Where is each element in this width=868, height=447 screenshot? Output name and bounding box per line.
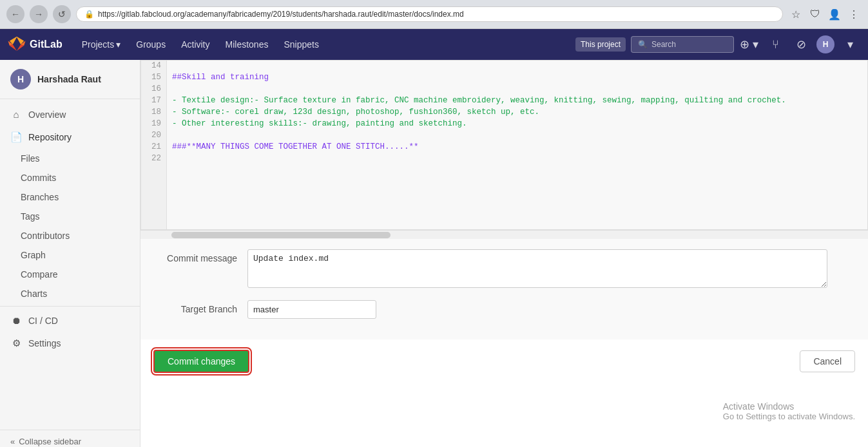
merge-requests-icon[interactable]: ⑂ xyxy=(765,34,786,55)
sidebar-item-contributors[interactable]: Contributors xyxy=(0,226,140,245)
code-line: 19 - Other interesting skills:- drawing,… xyxy=(141,119,867,130)
sidebar-item-charts[interactable]: Charts xyxy=(0,284,140,303)
chevron-left-icon: « xyxy=(10,437,15,446)
collapse-sidebar-button[interactable]: « Collapse sidebar xyxy=(10,437,130,446)
reload-button[interactable]: ↺ xyxy=(53,5,71,23)
target-branch-input[interactable] xyxy=(247,300,376,319)
code-line: 21 ###**MANY THINGS COME TOGETHER AT ONE… xyxy=(141,142,867,153)
line-content: ###**MANY THINGS COME TOGETHER AT ONE ST… xyxy=(167,142,424,153)
gitlab-fox-icon xyxy=(8,35,26,53)
code-line: 17 - Textile design:- Surface texture in… xyxy=(141,95,867,107)
code-line: 20 xyxy=(141,130,867,142)
commit-message-input[interactable]: Update index.md xyxy=(247,249,827,288)
profile-button[interactable]: 👤 xyxy=(827,6,842,22)
sidebar-user: H Harshada Raut xyxy=(0,60,140,99)
line-number: 18 xyxy=(141,107,167,119)
chevron-down-icon: ▾ xyxy=(116,39,121,50)
gitlab-wordmark: GitLab xyxy=(30,39,63,50)
commit-form: Commit message Update index.md Target Br… xyxy=(140,239,868,339)
line-content xyxy=(167,84,177,95)
this-project-badge: This project xyxy=(575,37,626,52)
shield-button[interactable]: 🛡 xyxy=(807,6,823,22)
line-content: - Other interesting skills:- drawing, pa… xyxy=(167,119,472,130)
cancel-button[interactable]: Cancel xyxy=(800,350,855,372)
target-branch-label: Target Branch xyxy=(153,300,237,314)
line-number: 20 xyxy=(141,130,167,142)
sidebar-item-label: Settings xyxy=(28,338,61,348)
navbar-links: Projects ▾ Groups Activity Milestones Sn… xyxy=(75,35,325,53)
line-content xyxy=(167,165,177,229)
browser-actions: ☆ 🛡 👤 ⋮ xyxy=(788,6,862,22)
forward-button[interactable]: → xyxy=(30,5,48,23)
sidebar-section: ⌂ Overview 📄 Repository Files Commits Br… xyxy=(0,99,140,359)
browser-chrome: ← → ↺ 🔒 https://gitlab.fabcloud.org/acad… xyxy=(0,0,868,29)
sidebar-item-files[interactable]: Files xyxy=(0,149,140,168)
back-button[interactable]: ← xyxy=(6,5,24,23)
bookmark-button[interactable]: ☆ xyxy=(788,6,804,22)
sidebar-item-repository[interactable]: 📄 Repository xyxy=(0,126,140,149)
settings-caret-icon[interactable]: ▾ xyxy=(840,34,860,55)
milestones-link[interactable]: Milestones xyxy=(219,35,275,53)
sidebar-item-settings[interactable]: ⚙ Settings xyxy=(0,332,140,355)
snippets-link[interactable]: Snippets xyxy=(277,35,325,53)
line-number: 14 xyxy=(141,61,167,72)
line-content xyxy=(167,153,177,165)
sidebar-item-label: CI / CD xyxy=(28,316,58,326)
target-branch-row: Target Branch xyxy=(153,300,855,319)
sidebar-item-branches[interactable]: Branches xyxy=(0,187,140,207)
form-actions: Commit changes Cancel xyxy=(140,339,868,383)
line-content: ##Skill and training xyxy=(167,72,274,84)
sidebar-item-graph[interactable]: Graph xyxy=(0,245,140,265)
avatar: H xyxy=(10,69,31,90)
sidebar-bottom: « Collapse sidebar xyxy=(0,430,140,447)
sidebar-item-label: Repository xyxy=(28,132,72,142)
menu-button[interactable]: ⋮ xyxy=(846,6,862,22)
code-horizontal-scrollbar[interactable] xyxy=(140,230,868,239)
code-line: 22 xyxy=(141,153,867,165)
scrollbar-thumb[interactable] xyxy=(171,232,391,238)
sidebar-item-tags[interactable]: Tags xyxy=(0,207,140,226)
sidebar: H Harshada Raut ⌂ Overview 📄 Repository … xyxy=(0,60,140,447)
line-number: 16 xyxy=(141,84,167,95)
user-avatar[interactable]: H xyxy=(816,35,834,53)
sidebar-item-label: Overview xyxy=(28,109,66,120)
sidebar-item-cicd[interactable]: ⏺ CI / CD xyxy=(0,309,140,332)
search-box[interactable]: 🔍 Search xyxy=(631,36,734,53)
projects-menu[interactable]: Projects ▾ xyxy=(75,35,128,53)
gitlab-navbar: GitLab Projects ▾ Groups Activity Milest… xyxy=(0,29,868,60)
line-content xyxy=(167,61,177,72)
line-content xyxy=(167,130,177,142)
gitlab-logo[interactable]: GitLab xyxy=(8,35,63,53)
code-line: 15 ##Skill and training xyxy=(141,72,867,84)
url-bar[interactable]: 🔒 https://gitlab.fabcloud.org/academany/… xyxy=(76,6,783,22)
repository-icon: 📄 xyxy=(10,131,22,143)
navbar-right: This project 🔍 Search ⊕ ▾ ⑂ ⊘ H ▾ xyxy=(575,34,860,55)
issues-icon[interactable]: ⊘ xyxy=(791,34,811,55)
sidebar-item-compare[interactable]: Compare xyxy=(0,265,140,284)
sidebar-item-overview[interactable]: ⌂ Overview xyxy=(0,103,140,126)
line-number: 19 xyxy=(141,119,167,130)
line-number: 22 xyxy=(141,153,167,165)
code-line: 14 xyxy=(141,61,867,72)
line-number: 17 xyxy=(141,95,167,107)
code-line: 16 xyxy=(141,84,867,95)
sidebar-divider xyxy=(0,306,140,307)
commit-changes-button[interactable]: Commit changes xyxy=(153,350,249,373)
sidebar-username: Harshada Raut xyxy=(37,74,101,84)
line-number: 21 xyxy=(141,142,167,153)
app-layout: H Harshada Raut ⌂ Overview 📄 Repository … xyxy=(0,60,868,447)
commit-message-row: Commit message Update index.md xyxy=(153,249,855,290)
line-content: - Software:- corel draw, 123d design, ph… xyxy=(167,107,545,119)
activity-link[interactable]: Activity xyxy=(175,35,216,53)
code-editor[interactable]: 14 15 ##Skill and training 16 17 - Texti… xyxy=(140,60,868,230)
url-text: https://gitlab.fabcloud.org/academany/fa… xyxy=(98,10,464,19)
new-item-button[interactable]: ⊕ ▾ xyxy=(739,34,760,55)
code-line-empty xyxy=(141,165,867,229)
home-icon: ⌂ xyxy=(10,109,22,120)
line-number: 15 xyxy=(141,72,167,84)
line-content: - Textile design:- Surface texture in fa… xyxy=(167,95,791,107)
groups-link[interactable]: Groups xyxy=(130,35,172,53)
sidebar-item-commits[interactable]: Commits xyxy=(0,168,140,187)
gear-icon: ⚙ xyxy=(10,338,22,349)
line-number xyxy=(141,165,167,229)
